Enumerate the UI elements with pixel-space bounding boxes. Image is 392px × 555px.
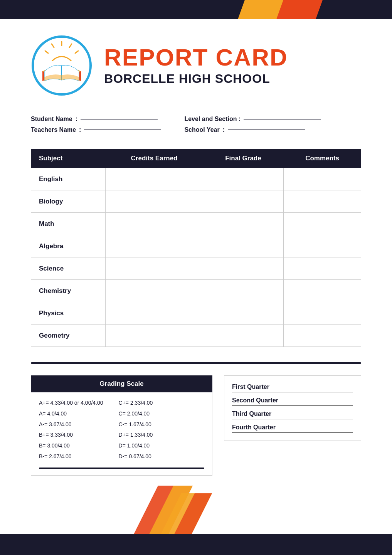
grading-scale-divider [39, 468, 204, 469]
col-comments: Comments [284, 149, 361, 168]
table-row: Science [31, 257, 361, 280]
school-year-label: School Year [184, 126, 219, 133]
comments-cell [284, 213, 361, 235]
grading-item: A= 4.0/4.00 [39, 409, 103, 419]
grading-item: C-= 1.67/4.00 [119, 420, 153, 429]
credits-cell [106, 280, 203, 302]
quarter-line [232, 392, 353, 392]
comments-cell [284, 325, 361, 347]
subject-cell: Biology [31, 190, 106, 213]
subject-cell: Geometry [31, 325, 106, 347]
grading-scale-header: Grading Scale [31, 375, 212, 392]
grading-item: B+= 3.33/4.00 [39, 431, 103, 440]
table-row: Math [31, 213, 361, 235]
quarter-box: First QuarterSecond QuarterThird Quarter… [224, 375, 361, 441]
grading-scale-box: Grading Scale A+= 4.33/4.00 or 4.00/4.00… [31, 375, 212, 476]
quarter-item: Second Quarter [232, 397, 353, 406]
subject-cell: Math [31, 213, 106, 235]
credits-cell [106, 190, 203, 213]
grading-item: D= 1.00/4.00 [119, 441, 153, 451]
grade-cell [203, 302, 284, 325]
quarter-item: First Quarter [232, 383, 353, 392]
grading-item: A-= 3.67/4.00 [39, 420, 103, 429]
subject-cell: English [31, 168, 106, 190]
credits-cell [106, 257, 203, 280]
teachers-name-label: Teachers Name [31, 126, 76, 133]
student-name-row: Student Name : [31, 116, 161, 123]
table-row: Chemistry [31, 280, 361, 302]
subject-cell: Science [31, 257, 106, 280]
school-year-row: School Year : [184, 126, 321, 133]
grading-item: C+= 2.33/4.00 [119, 399, 153, 408]
top-bar-accent-orange [238, 0, 284, 19]
table-row: Biology [31, 190, 361, 213]
school-year-line [228, 130, 305, 130]
subject-cell: Physics [31, 302, 106, 325]
grading-col-left: A+= 4.33/4.00 or 4.00/4.00A= 4.0/4.00A-=… [39, 399, 103, 461]
credits-cell [106, 235, 203, 257]
school-year-colon: : [223, 126, 225, 133]
bottom-section: Grading Scale A+= 4.33/4.00 or 4.00/4.00… [0, 372, 392, 479]
comments-cell [284, 235, 361, 257]
credits-cell [106, 213, 203, 235]
grading-col-right: C+= 2.33/4.00C= 2.00/4.00C-= 1.67/4.00D+… [119, 399, 153, 461]
quarter-item: Third Quarter [232, 410, 353, 419]
grading-item: B-= 2.67/4.00 [39, 452, 103, 461]
grading-scale-body: A+= 4.33/4.00 or 4.00/4.00A= 4.0/4.00A-=… [31, 392, 212, 476]
info-col-left: Student Name : Teachers Name : [31, 116, 161, 133]
teachers-name-line [84, 130, 161, 130]
header: REPORT CARD BORCELLE HIGH SCHOOL [0, 19, 392, 108]
title-block: REPORT CARD BORCELLE HIGH SCHOOL [104, 45, 288, 86]
student-name-colon: : [76, 116, 77, 123]
teachers-name-row: Teachers Name : [31, 126, 161, 133]
comments-cell [284, 190, 361, 213]
credits-cell [106, 168, 203, 190]
student-info-section: Student Name : Teachers Name : Level and… [0, 108, 392, 141]
credits-cell [106, 325, 203, 347]
bottom-bar [0, 534, 392, 555]
subject-cell: Chemistry [31, 280, 106, 302]
quarter-line [232, 432, 353, 433]
table-row: English [31, 168, 361, 190]
grading-item: B= 3.00/4.00 [39, 441, 103, 451]
quarter-line [232, 419, 353, 419]
grading-item: D+= 1.33/4.00 [119, 431, 153, 440]
level-section-label: Level and Section : [184, 116, 241, 123]
grade-cell [203, 213, 284, 235]
credits-cell [106, 302, 203, 325]
grades-table: Subject Credits Earned Final Grade Comme… [31, 149, 361, 347]
comments-cell [284, 302, 361, 325]
level-section-row: Level and Section : [184, 116, 321, 123]
grading-scale-cols: A+= 4.33/4.00 or 4.00/4.00A= 4.0/4.00A-=… [39, 399, 204, 461]
section-divider [31, 362, 361, 364]
table-row: Physics [31, 302, 361, 325]
table-section: Subject Credits Earned Final Grade Comme… [0, 141, 392, 355]
grade-cell [203, 280, 284, 302]
table-row: Geometry [31, 325, 361, 347]
table-row: Algebra [31, 235, 361, 257]
col-credits: Credits Earned [106, 149, 203, 168]
comments-cell [284, 168, 361, 190]
grade-cell [203, 168, 284, 190]
grading-item: D-= 0.67/4.00 [119, 452, 153, 461]
svg-line-4 [75, 51, 78, 53]
bottom-decorative [0, 478, 392, 555]
svg-line-6 [45, 51, 48, 53]
col-subject: Subject [31, 149, 106, 168]
quarter-label: Fourth Quarter [232, 424, 353, 431]
grade-cell [203, 235, 284, 257]
comments-cell [284, 257, 361, 280]
grading-item: A+= 4.33/4.00 or 4.00/4.00 [39, 399, 103, 408]
grading-item: C= 2.00/4.00 [119, 409, 153, 419]
school-logo [31, 35, 93, 96]
student-name-line [81, 119, 158, 119]
quarter-label: First Quarter [232, 383, 353, 390]
subject-cell: Algebra [31, 235, 106, 257]
report-card-title: REPORT CARD [104, 45, 288, 69]
col-grade: Final Grade [203, 149, 284, 168]
grade-cell [203, 325, 284, 347]
quarter-label: Third Quarter [232, 410, 353, 417]
comments-cell [284, 280, 361, 302]
quarter-item: Fourth Quarter [232, 424, 353, 433]
table-header-row: Subject Credits Earned Final Grade Comme… [31, 149, 361, 168]
